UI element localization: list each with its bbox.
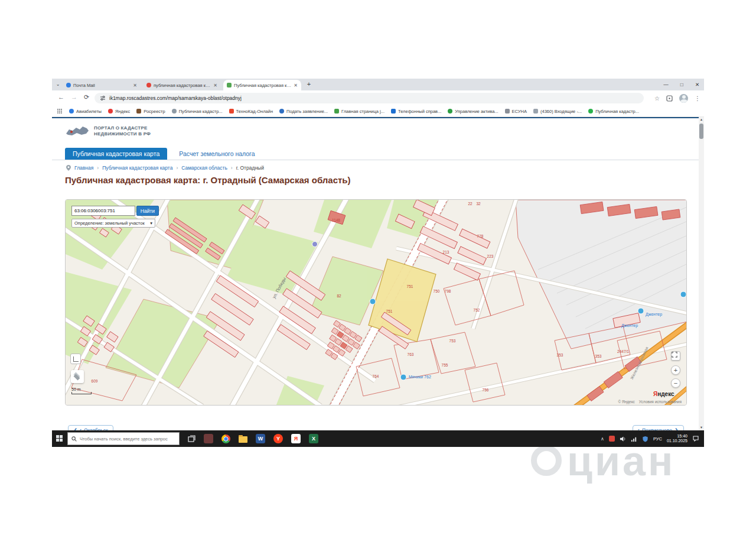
bookmark-item[interactable]: Телефонный справ...	[391, 109, 441, 114]
zoom-in-button[interactable]: +	[671, 365, 680, 375]
taskbar-clock[interactable]: 15:40 01.10.2025	[667, 434, 687, 444]
parcel-label: 22	[468, 202, 472, 206]
bookmark-label: Публичная кадастр...	[179, 109, 223, 114]
address-bar[interactable]: ik1map.roscadastres.com/map/samarskaya-o…	[94, 93, 644, 103]
breadcrumb-map[interactable]: Публичная кадастровая карта	[102, 165, 172, 171]
page-title: Публичная кадастровая карта: г. Отрадный…	[65, 175, 351, 185]
bookmark-item[interactable]: Публичная кадастр...	[172, 109, 223, 114]
profile-avatar[interactable]	[679, 94, 688, 103]
yandex-browser-icon[interactable]: Y	[273, 434, 283, 443]
bookmark-item[interactable]: Яндекс	[108, 109, 130, 114]
ruler-icon	[73, 356, 79, 362]
back-button[interactable]: ←	[58, 93, 64, 100]
bookmark-item[interactable]: Главная страница j...	[334, 109, 384, 114]
tab-public-cadastre-map[interactable]: Публичная кадастровая карта	[65, 148, 167, 160]
excel-icon[interactable]: X	[309, 434, 318, 443]
taskbar-search-input[interactable]	[80, 436, 174, 442]
tab-close-icon[interactable]: ✕	[213, 83, 217, 88]
speaker-icon[interactable]	[620, 436, 626, 442]
parcel-label: 2447/1	[617, 349, 629, 354]
yandex-logo[interactable]: Яндекс	[653, 391, 674, 397]
yandex-app-icon[interactable]: Я	[291, 434, 301, 443]
chrome-icon[interactable]	[221, 435, 230, 443]
network-icon[interactable]	[631, 436, 637, 442]
parcel-label: 752	[474, 308, 480, 312]
layers-button[interactable]	[71, 370, 84, 383]
tab-favicon	[227, 83, 232, 87]
parcel-label: 753	[449, 339, 456, 343]
location-pin-icon	[66, 165, 71, 171]
reload-button[interactable]: ⟳	[84, 93, 89, 101]
bookmark-label: ЕСУНА	[512, 109, 527, 114]
site-info-icon[interactable]	[100, 95, 106, 101]
bookmark-favicon	[391, 109, 396, 114]
measure-button[interactable]	[70, 354, 81, 364]
bookmark-label: (4360) Входящие -...	[540, 109, 582, 114]
file-explorer-icon[interactable]	[239, 436, 247, 443]
bookmark-label: Главная страница j...	[341, 109, 384, 114]
close-button[interactable]: ✕	[695, 82, 699, 87]
bookmark-item[interactable]: (4360) Входящие -...	[533, 109, 582, 114]
parcel-label: 755	[442, 363, 448, 367]
next-city-link[interactable]: г. Похвистнево ❯	[633, 425, 684, 430]
word-icon[interactable]: W	[256, 434, 265, 443]
bookmark-label: Росреестр	[144, 109, 165, 114]
task-view-icon[interactable]	[188, 435, 195, 443]
system-tray: ∧ РУС 15:40 01.10.2025	[601, 434, 704, 444]
maximize-button[interactable]: □	[680, 82, 683, 87]
scroll-down-icon[interactable]: ▼	[699, 425, 704, 430]
extensions-icon[interactable]	[666, 95, 673, 102]
taskbar-apps: W Y Я X	[188, 434, 318, 443]
bookmark-item[interactable]: ЕСУНА	[505, 109, 527, 114]
bookmark-item[interactable]: Подать заявление...	[279, 109, 328, 114]
taskbar-search[interactable]	[67, 432, 180, 445]
copyright-label: © Яндекс	[618, 400, 634, 404]
poi-label-genter-2[interactable]: Джентер	[621, 323, 638, 328]
scroll-up-icon[interactable]: ▲	[699, 117, 704, 122]
tab-close-icon[interactable]: ✕	[133, 83, 137, 88]
prev-city-link[interactable]: ❮ г. Октябрьск	[68, 425, 113, 430]
apps-grid-icon[interactable]	[57, 108, 63, 114]
breadcrumb-region[interactable]: Самарская область	[181, 165, 227, 171]
poi-label-genter-1[interactable]: Джентер	[646, 312, 662, 316]
browser-window: ⌄ Почта Mail ✕ публичная кадастровая кар…	[52, 79, 704, 447]
tab-cadastre-map-active[interactable]: Публичная кадастровая карт ✕	[223, 80, 301, 90]
tab-cadastre-map-1[interactable]: публичная кадастровая карта ✕	[143, 80, 221, 90]
bookmark-item[interactable]: Управление актива...	[448, 109, 498, 114]
action-center-icon[interactable]	[692, 435, 699, 442]
poi-label-myachiki[interactable]: Мячики 762	[409, 375, 431, 379]
tab-land-tax-calc[interactable]: Расчет земельного налога	[178, 148, 256, 160]
parcel-label: 778	[477, 234, 484, 238]
cadastre-number-input[interactable]	[71, 206, 135, 216]
menu-dots-icon[interactable]: ⋮	[695, 95, 700, 102]
tab-title: Публичная кадастровая карт	[234, 83, 291, 88]
bookmark-item[interactable]: Росреестр	[136, 109, 165, 114]
minimize-button[interactable]: —	[663, 82, 669, 87]
app-icon-mail[interactable]	[204, 434, 213, 443]
language-indicator[interactable]: РУС	[653, 436, 662, 442]
breadcrumb-home[interactable]: Главная	[74, 165, 93, 171]
map-search-button[interactable]: Найти	[136, 206, 159, 216]
bookmark-star-icon[interactable]: ☆	[654, 95, 660, 102]
forward-button[interactable]: →	[71, 93, 77, 100]
parcel-label: 82	[337, 294, 341, 298]
bookmark-item[interactable]: ТехноКад-Онлайн	[229, 109, 273, 114]
bookmark-item[interactable]: Авиабилеты	[69, 109, 102, 114]
tab-close-icon[interactable]: ✕	[294, 83, 298, 88]
parcel-label: 763	[408, 352, 414, 356]
tray-expand-icon[interactable]: ∧	[601, 436, 604, 442]
shield-icon[interactable]	[642, 436, 649, 442]
bookmark-item[interactable]: Публичная кадастр...	[588, 109, 639, 114]
scrollbar-thumb[interactable]	[699, 124, 703, 139]
tab-search-icon[interactable]: ⌄	[54, 81, 61, 88]
new-tab-button[interactable]: +	[305, 80, 313, 89]
parcel-label: 751	[386, 309, 393, 313]
tray-app-icon[interactable]	[609, 436, 615, 442]
terms-link[interactable]: Условия использования	[639, 400, 682, 404]
object-type-select[interactable]: Определение: земельный участок ▾	[71, 219, 155, 228]
start-button[interactable]	[52, 430, 67, 447]
vertical-scrollbar[interactable]: ▲ ▼	[699, 117, 704, 430]
tab-pochta-mail[interactable]: Почта Mail ✕	[63, 80, 141, 90]
fullscreen-button[interactable]	[671, 351, 680, 361]
zoom-out-button[interactable]: −	[671, 378, 680, 388]
